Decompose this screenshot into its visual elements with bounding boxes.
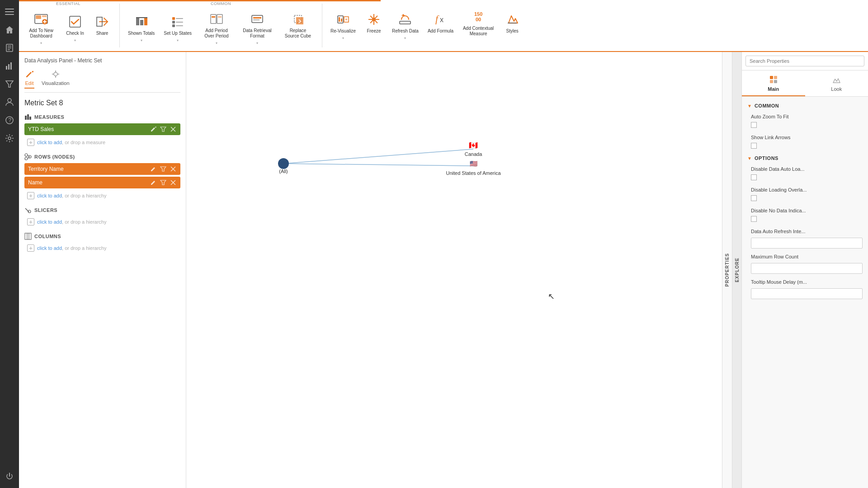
refresh-data-dropdown-arrow[interactable]: ▾ <box>403 36 407 40</box>
toolbar-common-section: COMMON Shown Totals ▾ <box>122 0 320 51</box>
set-up-states-label: Set Up States <box>164 31 192 36</box>
styles-icon <box>505 12 519 27</box>
tab-edit[interactable]: Edit <box>24 69 34 89</box>
svg-rect-28 <box>172 24 175 27</box>
sidebar-analytics-icon[interactable] <box>1 58 18 74</box>
svg-rect-39 <box>338 16 343 23</box>
options-section-title: OPTIONS <box>755 155 778 161</box>
set-up-states-dropdown-arrow[interactable]: ▾ <box>175 38 180 42</box>
add-column-row[interactable]: + click to add, or drop a hierarchy <box>24 243 180 253</box>
add-row-hierarchy[interactable]: + click to add, or drop a hierarchy <box>24 190 180 201</box>
filter-territory-icon[interactable] <box>160 165 167 173</box>
right-tab-main[interactable]: Main <box>742 70 805 96</box>
row-territory-name[interactable]: Territory Name <box>24 163 180 175</box>
explore-label: EXPLORE <box>735 258 740 282</box>
sidebar-menu-icon[interactable] <box>1 4 18 20</box>
replace-source-button[interactable]: Replace Source Cube <box>278 10 318 49</box>
columns-icon <box>24 233 32 240</box>
shown-totals-dropdown-arrow[interactable]: ▾ <box>139 38 144 42</box>
data-auto-refresh-input[interactable] <box>751 238 863 249</box>
svg-rect-23 <box>140 20 143 25</box>
sidebar-settings-icon[interactable] <box>1 130 18 146</box>
add-column-icon[interactable]: + <box>27 244 34 252</box>
edit-territory-icon[interactable] <box>150 165 157 173</box>
svg-text:f: f <box>435 13 439 24</box>
remove-name-icon[interactable] <box>170 179 177 186</box>
prop-options-header[interactable]: ▼ OPTIONS <box>742 153 868 164</box>
properties-side-tab[interactable]: PROPERTIES <box>722 52 732 488</box>
search-properties-input[interactable] <box>745 56 864 66</box>
svg-point-50 <box>54 72 57 76</box>
add-period-button[interactable]: Add Period Over Period ▾ <box>196 10 237 49</box>
right-tab-look[interactable]: Look <box>805 70 868 96</box>
add-formula-button[interactable]: f x Add Formula <box>423 10 458 44</box>
edit-name-icon[interactable] <box>150 179 157 186</box>
styles-button[interactable]: Styles <box>499 10 526 44</box>
check-in-button[interactable]: Check In ▾ <box>61 13 89 46</box>
add-formula-icon: f x <box>434 12 448 27</box>
prop-common-header[interactable]: ▼ COMMON <box>742 100 868 111</box>
add-period-icon <box>209 12 224 26</box>
sidebar-user-icon[interactable] <box>1 94 18 110</box>
sidebar-help-icon[interactable]: ? <box>1 112 18 128</box>
edit-measure-icon[interactable] <box>150 126 157 133</box>
add-measure-row[interactable]: + click to add, or drop a measure <box>24 137 180 148</box>
options-section-arrow: ▼ <box>747 156 752 161</box>
data-retrieval-button[interactable]: Data Retrieval Format ▾ <box>237 10 278 49</box>
add-slicer-row[interactable]: + click to add, or drop a hierarchy <box>24 216 180 227</box>
freeze-button[interactable]: Freeze <box>360 10 387 44</box>
click-to-add-measure[interactable]: click to add <box>37 140 62 145</box>
click-to-add-row[interactable]: click to add <box>37 193 62 198</box>
sidebar-home-icon[interactable] <box>1 22 18 38</box>
edit-tab-label: Edit <box>25 80 34 86</box>
refresh-data-button[interactable]: Refresh Data ▾ <box>387 10 423 44</box>
right-tab-main-label: Main <box>768 86 779 92</box>
rows-section-header: ROWS (NODES) <box>24 153 180 160</box>
disable-auto-load-checkbox[interactable] <box>751 174 757 180</box>
disable-no-data-checkbox[interactable] <box>751 216 757 222</box>
auto-zoom-checkbox[interactable] <box>751 122 757 128</box>
explore-side-tab[interactable]: EXPLORE <box>732 52 742 488</box>
add-row-icon[interactable]: + <box>27 192 34 199</box>
common2-buttons: Re-Visualize ▾ Freeze <box>324 1 528 51</box>
sidebar-filter-icon[interactable] <box>1 76 18 92</box>
svg-marker-10 <box>6 81 13 87</box>
show-link-arrows-checkbox[interactable] <box>751 143 757 149</box>
all-node-circle[interactable] <box>278 158 289 169</box>
add-period-dropdown-arrow[interactable]: ▾ <box>214 41 219 45</box>
disable-loading-overlay-checkbox[interactable] <box>751 195 757 201</box>
check-in-dropdown-arrow[interactable]: ▾ <box>73 38 77 42</box>
share-button[interactable]: Share <box>89 13 116 46</box>
svg-marker-65 <box>160 180 166 185</box>
add-to-dashboard-button[interactable]: Add To New Dashboard ▾ <box>21 10 61 49</box>
filter-name-icon[interactable] <box>160 179 167 186</box>
add-slicer-icon[interactable]: + <box>27 218 34 225</box>
max-row-count-input[interactable] <box>751 263 863 274</box>
replace-source-icon <box>291 12 305 26</box>
click-to-add-column[interactable]: click to add <box>37 245 62 251</box>
add-dashboard-dropdown-arrow[interactable]: ▾ <box>39 41 43 45</box>
add-measure-icon[interactable]: + <box>27 139 34 146</box>
remove-territory-icon[interactable] <box>170 165 177 173</box>
svg-rect-38 <box>253 19 259 20</box>
shown-totals-button[interactable]: Shown Totals ▾ <box>123 13 159 46</box>
tooltip-mouse-delay-input[interactable] <box>751 288 863 299</box>
svg-point-14 <box>8 137 11 140</box>
remove-measure-icon[interactable] <box>170 126 177 133</box>
sidebar-pages-icon[interactable] <box>1 40 18 56</box>
re-visualize-button[interactable]: Re-Visualize ▾ <box>326 10 360 44</box>
check-in-label: Check In <box>66 31 84 36</box>
svg-rect-1 <box>5 11 14 12</box>
rows-label: ROWS (NODES) <box>34 154 75 160</box>
row-name[interactable]: Name <box>24 177 180 188</box>
re-visualize-dropdown-arrow[interactable]: ▾ <box>341 36 345 40</box>
filter-measure-icon[interactable] <box>160 126 167 133</box>
tab-visualization[interactable]: Visualization <box>42 69 70 89</box>
add-contextual-button[interactable]: 150 00 Add Contextual Measure <box>458 8 499 47</box>
sidebar-power-icon[interactable] <box>1 468 18 484</box>
click-to-add-slicer[interactable]: click to add <box>37 219 62 225</box>
set-up-states-button[interactable]: Set Up States ▾ <box>159 13 196 46</box>
prop-show-link-arrows: Show Link Arrows <box>742 132 868 153</box>
data-retrieval-dropdown-arrow[interactable]: ▾ <box>255 41 259 45</box>
measure-ytd-sales[interactable]: YTD Sales <box>24 123 180 135</box>
